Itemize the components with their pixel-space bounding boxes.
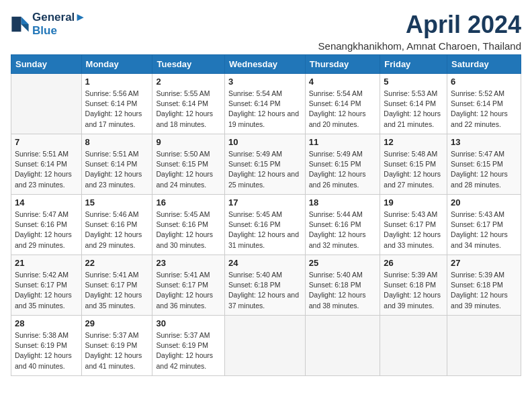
sunrise-text: Sunrise: 5:54 AM	[309, 89, 377, 99]
table-row: 29 Sunrise: 5:37 AM Sunset: 6:19 PM Dayl…	[81, 316, 152, 376]
table-row: 24 Sunrise: 5:40 AM Sunset: 6:18 PM Dayl…	[224, 255, 305, 316]
day-info: Sunrise: 5:37 AM Sunset: 6:19 PM Dayligh…	[156, 330, 221, 371]
header-saturday: Saturday	[447, 55, 521, 74]
sunset-text: Sunset: 6:15 PM	[451, 159, 517, 169]
sunset-text: Sunset: 6:18 PM	[451, 280, 517, 290]
daylight-text: Daylight: 12 hours and 35 minutes.	[15, 290, 78, 310]
calendar-week-row: 7 Sunrise: 5:51 AM Sunset: 6:14 PM Dayli…	[11, 134, 521, 195]
day-number: 22	[85, 258, 149, 268]
sunset-text: Sunset: 6:17 PM	[451, 220, 517, 230]
daylight-text: Daylight: 12 hours and 23 minutes.	[15, 169, 78, 189]
daylight-text: Daylight: 12 hours and 36 minutes.	[156, 290, 221, 310]
sunset-text: Sunset: 6:17 PM	[156, 280, 221, 290]
day-number: 11	[309, 137, 377, 147]
day-info: Sunrise: 5:40 AM Sunset: 6:18 PM Dayligh…	[228, 270, 302, 311]
sunrise-text: Sunrise: 5:37 AM	[156, 330, 221, 340]
sunset-text: Sunset: 6:16 PM	[15, 220, 78, 230]
day-info: Sunrise: 5:42 AM Sunset: 6:17 PM Dayligh…	[15, 270, 78, 311]
sunset-text: Sunset: 6:14 PM	[156, 99, 221, 109]
table-row	[447, 316, 521, 376]
table-row: 25 Sunrise: 5:40 AM Sunset: 6:18 PM Dayl…	[305, 255, 380, 316]
day-number: 7	[15, 137, 78, 147]
table-row: 22 Sunrise: 5:41 AM Sunset: 6:17 PM Dayl…	[81, 255, 152, 316]
table-row: 5 Sunrise: 5:53 AM Sunset: 6:14 PM Dayli…	[380, 74, 447, 134]
day-number: 16	[156, 197, 221, 208]
header-wednesday: Wednesday	[224, 55, 305, 74]
sunrise-text: Sunrise: 5:53 AM	[384, 89, 443, 99]
day-number: 9	[156, 137, 221, 147]
daylight-text: Daylight: 12 hours and 21 minutes.	[384, 109, 443, 129]
table-row: 1 Sunrise: 5:56 AM Sunset: 6:14 PM Dayli…	[81, 74, 152, 134]
day-number: 30	[156, 318, 221, 328]
daylight-text: Daylight: 12 hours and 31 minutes.	[228, 230, 302, 250]
table-row: 15 Sunrise: 5:46 AM Sunset: 6:16 PM Dayl…	[81, 195, 152, 255]
day-number: 3	[228, 77, 302, 87]
day-number: 27	[451, 258, 517, 268]
day-info: Sunrise: 5:39 AM Sunset: 6:18 PM Dayligh…	[384, 270, 443, 311]
logo-text: General► Blue	[32, 11, 86, 38]
daylight-text: Daylight: 12 hours and 23 minutes.	[85, 169, 149, 189]
sunset-text: Sunset: 6:15 PM	[228, 159, 302, 169]
logo: General► Blue	[11, 11, 86, 38]
daylight-text: Daylight: 12 hours and 22 minutes.	[451, 109, 517, 129]
sunrise-text: Sunrise: 5:49 AM	[309, 149, 377, 159]
daylight-text: Daylight: 12 hours and 35 minutes.	[85, 290, 149, 310]
day-info: Sunrise: 5:37 AM Sunset: 6:19 PM Dayligh…	[85, 330, 149, 371]
daylight-text: Daylight: 12 hours and 19 minutes.	[228, 109, 302, 129]
sunset-text: Sunset: 6:16 PM	[156, 220, 221, 230]
sunset-text: Sunset: 6:19 PM	[15, 340, 78, 351]
sunset-text: Sunset: 6:14 PM	[85, 99, 149, 109]
sunrise-text: Sunrise: 5:38 AM	[15, 330, 78, 340]
daylight-text: Daylight: 12 hours and 37 minutes.	[228, 290, 302, 310]
day-info: Sunrise: 5:41 AM Sunset: 6:17 PM Dayligh…	[85, 270, 149, 311]
page-header: General► Blue April 2024 Senangkhanikhom…	[11, 11, 521, 52]
sunset-text: Sunset: 6:16 PM	[309, 220, 377, 230]
table-row	[305, 316, 380, 376]
header-thursday: Thursday	[305, 55, 380, 74]
sunset-text: Sunset: 6:17 PM	[85, 280, 149, 290]
sunset-text: Sunset: 6:14 PM	[228, 99, 302, 109]
svg-rect-2	[11, 17, 21, 32]
sunset-text: Sunset: 6:16 PM	[228, 220, 302, 230]
table-row: 12 Sunrise: 5:48 AM Sunset: 6:15 PM Dayl…	[380, 134, 447, 195]
day-info: Sunrise: 5:54 AM Sunset: 6:14 PM Dayligh…	[228, 89, 302, 130]
header-monday: Monday	[81, 55, 152, 74]
daylight-text: Daylight: 12 hours and 32 minutes.	[309, 230, 377, 250]
day-info: Sunrise: 5:55 AM Sunset: 6:14 PM Dayligh…	[156, 89, 221, 130]
table-row: 20 Sunrise: 5:43 AM Sunset: 6:17 PM Dayl…	[447, 195, 521, 255]
table-row: 21 Sunrise: 5:42 AM Sunset: 6:17 PM Dayl…	[11, 255, 82, 316]
day-info: Sunrise: 5:41 AM Sunset: 6:17 PM Dayligh…	[156, 270, 221, 311]
day-number: 17	[228, 197, 302, 208]
header-sunday: Sunday	[11, 55, 82, 74]
sunrise-text: Sunrise: 5:39 AM	[451, 270, 517, 280]
sunset-text: Sunset: 6:15 PM	[156, 159, 221, 169]
day-number: 23	[156, 258, 221, 268]
day-info: Sunrise: 5:44 AM Sunset: 6:16 PM Dayligh…	[309, 210, 377, 250]
header-friday: Friday	[380, 55, 447, 74]
table-row: 30 Sunrise: 5:37 AM Sunset: 6:19 PM Dayl…	[152, 316, 225, 376]
sunrise-text: Sunrise: 5:37 AM	[85, 330, 149, 340]
table-row	[380, 316, 447, 376]
sunrise-text: Sunrise: 5:51 AM	[15, 149, 78, 159]
daylight-text: Daylight: 12 hours and 39 minutes.	[384, 290, 443, 310]
day-number: 4	[309, 77, 377, 87]
daylight-text: Daylight: 12 hours and 17 minutes.	[85, 109, 149, 129]
table-row: 27 Sunrise: 5:39 AM Sunset: 6:18 PM Dayl…	[447, 255, 521, 316]
table-row: 6 Sunrise: 5:52 AM Sunset: 6:14 PM Dayli…	[447, 74, 521, 134]
daylight-text: Daylight: 12 hours and 27 minutes.	[384, 169, 443, 189]
sunrise-text: Sunrise: 5:46 AM	[85, 210, 149, 220]
sunrise-text: Sunrise: 5:40 AM	[309, 270, 377, 280]
table-row: 16 Sunrise: 5:45 AM Sunset: 6:16 PM Dayl…	[152, 195, 225, 255]
sunset-text: Sunset: 6:15 PM	[384, 159, 443, 169]
day-number: 12	[384, 137, 443, 147]
day-number: 25	[309, 258, 377, 268]
table-row: 11 Sunrise: 5:49 AM Sunset: 6:15 PM Dayl…	[305, 134, 380, 195]
sunrise-text: Sunrise: 5:45 AM	[228, 210, 302, 220]
sunset-text: Sunset: 6:18 PM	[228, 280, 302, 290]
sunrise-text: Sunrise: 5:41 AM	[156, 270, 221, 280]
day-info: Sunrise: 5:51 AM Sunset: 6:14 PM Dayligh…	[85, 149, 149, 190]
table-row: 7 Sunrise: 5:51 AM Sunset: 6:14 PM Dayli…	[11, 134, 82, 195]
sunrise-text: Sunrise: 5:48 AM	[384, 149, 443, 159]
sunset-text: Sunset: 6:18 PM	[309, 280, 377, 290]
table-row: 14 Sunrise: 5:47 AM Sunset: 6:16 PM Dayl…	[11, 195, 82, 255]
